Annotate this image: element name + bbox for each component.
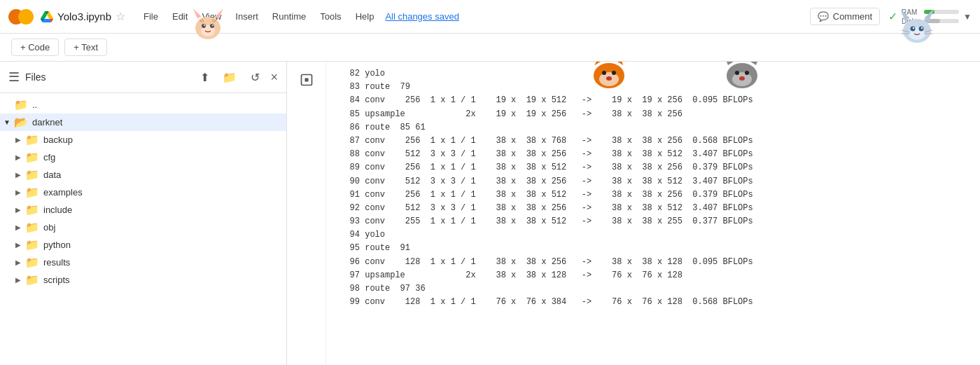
sidebar-refresh-button[interactable]: ↺ [245, 67, 265, 87]
cell-output: 82 yolo 83 route 79 84 conv 256 1 x 1 / … [326, 62, 980, 365]
expand-arrow-scripts: ▶ [11, 276, 25, 284]
folder-icon-backup: 📁 [25, 133, 39, 146]
output-line-3: 85 upsample 2x 19 x 19 x 256 -> 38 x 38 … [335, 108, 972, 121]
sidebar-header: ☰ Files ⬆ 📁 ↺ × [0, 62, 286, 93]
output-line-9: 91 conv 256 1 x 1 / 1 38 x 38 x 512 -> 3… [335, 188, 972, 202]
tree-label-include: include [43, 205, 281, 215]
folder-icon-scripts: 📁 [25, 273, 39, 287]
file-tree: 📁 .. ▼ 📂 darknet ▶ 📁 backup ▶ 📁 cfg [0, 93, 286, 365]
output-line-16: 98 route 97 36 [335, 282, 972, 296]
tree-item-cfg[interactable]: ▶ 📁 cfg [0, 149, 286, 166]
output-line-17: 99 conv 128 1 x 1 / 1 76 x 76 x 384 -> 7… [335, 296, 972, 309]
sidebar-title: Files [25, 71, 46, 83]
expand-arrow-backup: ▶ [11, 136, 25, 144]
menu-edit[interactable]: Edit [167, 8, 193, 25]
expand-arrow-python: ▶ [11, 241, 25, 249]
menu-tools[interactable]: Tools [314, 8, 346, 25]
topbar: Yolo3.ipynb ☆ File Edit View Insert Runt… [0, 0, 980, 34]
output-line-6: 88 conv 512 3 x 3 / 1 38 x 38 x 256 -> 3… [335, 148, 972, 161]
notebook-area: 82 yolo 83 route 79 84 conv 256 1 x 1 / … [287, 62, 980, 365]
add-code-button[interactable]: + Code [11, 39, 59, 56]
expand-arrow-results: ▶ [11, 259, 25, 266]
main-layout: ☰ Files ⬆ 📁 ↺ × 📁 .. ▼ 📂 darknet [0, 62, 980, 365]
folder-icon-results: 📁 [25, 256, 39, 269]
tree-item-results[interactable]: ▶ 📁 results [0, 254, 286, 271]
tree-item-include[interactable]: ▶ 📁 include [0, 201, 286, 219]
tree-label-backup: backup [43, 135, 281, 145]
tree-item-darknet[interactable]: ▼ 📂 darknet [0, 113, 286, 131]
sidebar-upload-button[interactable]: ⬆ [195, 67, 214, 87]
star-icon[interactable]: ☆ [115, 10, 125, 23]
output-line-5: 87 conv 256 1 x 1 / 1 38 x 38 x 768 -> 3… [335, 135, 972, 148]
expand-arrow-data: ▶ [11, 171, 25, 179]
folder-icon-obj: 📁 [25, 221, 39, 234]
output-line-8: 90 conv 512 3 x 3 / 1 38 x 38 x 256 -> 3… [335, 175, 972, 188]
tree-item-parent[interactable]: 📁 .. [0, 96, 286, 113]
comment-label: Comment [833, 11, 872, 22]
sidebar-newfolder-button[interactable]: 📁 [220, 67, 239, 87]
colab-logo[interactable] [8, 4, 34, 29]
tree-item-examples[interactable]: ▶ 📁 examples [0, 184, 286, 201]
folder-icon-python: 📁 [25, 238, 39, 252]
expand-arrow-include: ▶ [11, 206, 25, 214]
folder-icon-include: 📁 [25, 203, 39, 216]
hamburger-icon[interactable]: ☰ [8, 69, 20, 85]
output-line-13: 95 route 91 [335, 242, 972, 255]
tree-label-obj: obj [43, 222, 281, 233]
tree-label-python: python [43, 240, 281, 250]
tree-item-data[interactable]: ▶ 📁 data [0, 166, 286, 184]
tree-item-backup[interactable]: ▶ 📁 backup [0, 131, 286, 149]
output-line-0: 82 yolo [335, 67, 972, 81]
tree-item-python[interactable]: ▶ 📁 python [0, 236, 286, 254]
output-line-15: 97 upsample 2x 38 x 38 x 128 -> 76 x 76 … [335, 269, 972, 282]
menu-bar: File Edit View Insert Runtime Tools Help… [138, 8, 459, 25]
menu-file[interactable]: File [138, 8, 164, 25]
tree-label-parent: .. [32, 99, 281, 110]
output-line-10: 92 conv 512 3 x 3 / 1 38 x 38 x 256 -> 3… [335, 202, 972, 215]
doc-title-area: Yolo3.ipynb ☆ [41, 10, 125, 23]
cell-run-button[interactable] [294, 67, 319, 92]
menu-insert[interactable]: Insert [230, 8, 264, 25]
sidebar-close-button[interactable]: × [270, 70, 278, 85]
output-line-4: 86 route 85 61 [335, 121, 972, 135]
expand-arrow-obj: ▶ [11, 223, 25, 231]
status-checkmark: ✓ [888, 10, 897, 23]
folder-icon-parent: 📁 [14, 98, 28, 111]
menu-view[interactable]: View [196, 8, 227, 25]
output-line-1: 83 route 79 [335, 81, 972, 94]
comment-icon: 💬 [818, 11, 829, 22]
drive-icon [41, 11, 53, 23]
tree-label-cfg: cfg [43, 152, 281, 163]
sidebar: ☰ Files ⬆ 📁 ↺ × 📁 .. ▼ 📂 darknet [0, 62, 287, 365]
tree-label-data: data [43, 170, 281, 180]
toolbar: + Code + Text [0, 34, 980, 62]
topbar-right: 💬 Comment ✓ RAM Disk ▼ [810, 8, 972, 25]
tree-label-examples: examples [43, 187, 281, 198]
disk-label: Disk [902, 18, 921, 25]
menu-help[interactable]: Help [350, 8, 380, 25]
output-line-2: 84 conv 256 1 x 1 / 1 19 x 19 x 512 -> 1… [335, 94, 972, 107]
saved-status: All changes saved [385, 11, 459, 22]
expand-arrow-cfg: ▶ [11, 153, 25, 161]
folder-icon-examples: 📁 [25, 186, 39, 199]
output-line-11: 93 conv 255 1 x 1 / 1 38 x 38 x 512 -> 3… [335, 215, 972, 228]
tree-item-scripts[interactable]: ▶ 📁 scripts [0, 271, 286, 289]
folder-icon-darknet: 📂 [14, 116, 28, 129]
output-line-12: 94 yolo [335, 228, 972, 242]
expand-resources-icon[interactable]: ▼ [963, 12, 972, 22]
menu-runtime[interactable]: Runtime [267, 8, 312, 25]
sidebar-icon-group: ⬆ 📁 ↺ × [195, 67, 278, 87]
ram-bar [924, 10, 959, 14]
output-line-7: 89 conv 256 1 x 1 / 1 38 x 38 x 512 -> 3… [335, 161, 972, 174]
expand-arrow-darknet: ▼ [0, 118, 14, 126]
tree-label-darknet: darknet [32, 117, 281, 128]
cell-gutter [287, 62, 326, 365]
expand-arrow-examples: ▶ [11, 188, 25, 196]
comment-button[interactable]: 💬 Comment [810, 8, 880, 25]
ram-disk-widget: RAM Disk [902, 8, 959, 25]
doc-filename[interactable]: Yolo3.ipynb [57, 11, 111, 22]
disk-bar [924, 19, 959, 23]
tree-item-obj[interactable]: ▶ 📁 obj [0, 219, 286, 236]
folder-icon-cfg: 📁 [25, 151, 39, 164]
add-text-button[interactable]: + Text [64, 39, 107, 56]
